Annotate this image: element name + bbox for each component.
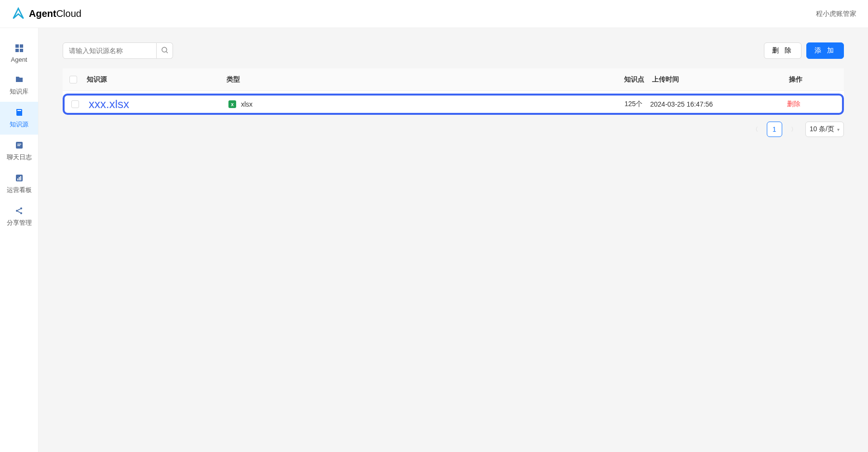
header-points: 知识点 bbox=[615, 75, 644, 84]
select-all-checkbox[interactable] bbox=[69, 76, 77, 83]
svg-point-15 bbox=[162, 47, 167, 52]
sidebar-item-knowledge-base[interactable]: 知识库 bbox=[0, 69, 38, 102]
sidebar-item-label: Agent bbox=[11, 56, 27, 63]
row-upload-time: 2024-03-25 16:47:56 bbox=[642, 100, 787, 108]
logo-icon bbox=[12, 7, 25, 21]
sidebar: Agent 知识库 知识源 聊天日志 运营看板 bbox=[0, 28, 39, 452]
sidebar-item-label: 运营看板 bbox=[7, 186, 32, 194]
sidebar-item-label: 聊天日志 bbox=[7, 153, 32, 162]
sidebar-item-agent[interactable]: Agent bbox=[0, 38, 38, 69]
content: 删 除 添 加 知识源 类型 知识点 上传时间 操作 xxx.xlsx x xl… bbox=[39, 28, 868, 452]
svg-rect-6 bbox=[17, 144, 21, 145]
logo[interactable]: AgentCloud bbox=[12, 7, 81, 21]
search-input[interactable] bbox=[63, 42, 157, 59]
svg-rect-7 bbox=[17, 145, 20, 146]
row-type: x xlsx bbox=[228, 100, 614, 108]
chevron-down-icon: ▾ bbox=[837, 127, 840, 132]
sidebar-item-label: 知识库 bbox=[10, 87, 28, 96]
share-icon bbox=[14, 206, 24, 216]
logo-text-bold: Agent bbox=[29, 8, 56, 19]
sidebar-item-knowledge-source[interactable]: 知识源 bbox=[0, 102, 38, 135]
next-page-button[interactable]: 〉 bbox=[786, 122, 801, 137]
row-file-name[interactable]: xxx.xlsx bbox=[89, 97, 228, 111]
svg-rect-1 bbox=[20, 44, 23, 48]
svg-rect-11 bbox=[20, 176, 21, 180]
header-name: 知识源 bbox=[87, 75, 227, 84]
header-action: 操作 bbox=[789, 75, 837, 84]
chevron-left-icon: 〈 bbox=[752, 125, 758, 134]
xlsx-icon: x bbox=[228, 100, 236, 108]
table: 知识源 类型 知识点 上传时间 操作 xxx.xlsx x xlsx 125个 … bbox=[63, 68, 844, 115]
logo-text: AgentCloud bbox=[29, 8, 81, 19]
sidebar-item-chat-log[interactable]: 聊天日志 bbox=[0, 135, 38, 167]
prev-page-button[interactable]: 〈 bbox=[748, 122, 763, 137]
svg-rect-0 bbox=[15, 44, 19, 48]
pagination: 〈 1 〉 10 条/页 ▾ bbox=[63, 122, 844, 137]
chevron-right-icon: 〉 bbox=[791, 125, 797, 134]
row-checkbox[interactable] bbox=[71, 100, 79, 108]
user-name[interactable]: 程小虎账管家 bbox=[816, 10, 856, 18]
header: AgentCloud 程小虎账管家 bbox=[0, 0, 868, 28]
search-icon bbox=[161, 46, 169, 55]
svg-line-16 bbox=[166, 52, 168, 53]
sidebar-item-label: 知识源 bbox=[10, 120, 28, 129]
header-type: 类型 bbox=[227, 75, 615, 84]
row-points: 125个 bbox=[614, 100, 642, 109]
search-button[interactable] bbox=[157, 42, 173, 59]
table-header: 知识源 类型 知识点 上传时间 操作 bbox=[63, 68, 844, 91]
header-upload-time: 上传时间 bbox=[644, 75, 789, 84]
svg-rect-10 bbox=[19, 177, 20, 180]
page-number-1[interactable]: 1 bbox=[767, 122, 782, 137]
dashboard-icon bbox=[14, 173, 24, 183]
button-group: 删 除 添 加 bbox=[764, 42, 844, 59]
grid-icon bbox=[14, 43, 24, 53]
svg-rect-4 bbox=[17, 110, 21, 111]
svg-rect-3 bbox=[20, 49, 23, 52]
delete-button[interactable]: 删 除 bbox=[764, 42, 801, 59]
row-delete-action[interactable]: 删除 bbox=[787, 100, 835, 109]
add-button[interactable]: 添 加 bbox=[806, 42, 844, 59]
logo-text-light: Cloud bbox=[56, 8, 81, 19]
svg-rect-2 bbox=[15, 49, 19, 52]
sidebar-item-dashboard[interactable]: 运营看板 bbox=[0, 167, 38, 200]
svg-rect-9 bbox=[17, 178, 18, 180]
page-size-label: 10 条/页 bbox=[810, 125, 834, 134]
toolbar: 删 除 添 加 bbox=[63, 42, 844, 59]
sidebar-item-label: 分享管理 bbox=[7, 219, 32, 227]
search-group bbox=[63, 42, 173, 59]
table-row[interactable]: xxx.xlsx x xlsx 125个 2024-03-25 16:47:56… bbox=[63, 94, 844, 115]
folder-icon bbox=[14, 75, 24, 84]
page-size-select[interactable]: 10 条/页 ▾ bbox=[805, 122, 844, 137]
book-icon bbox=[14, 108, 24, 117]
row-type-text: xlsx bbox=[241, 100, 253, 108]
sidebar-item-share[interactable]: 分享管理 bbox=[0, 200, 38, 233]
chat-log-icon bbox=[14, 140, 24, 150]
